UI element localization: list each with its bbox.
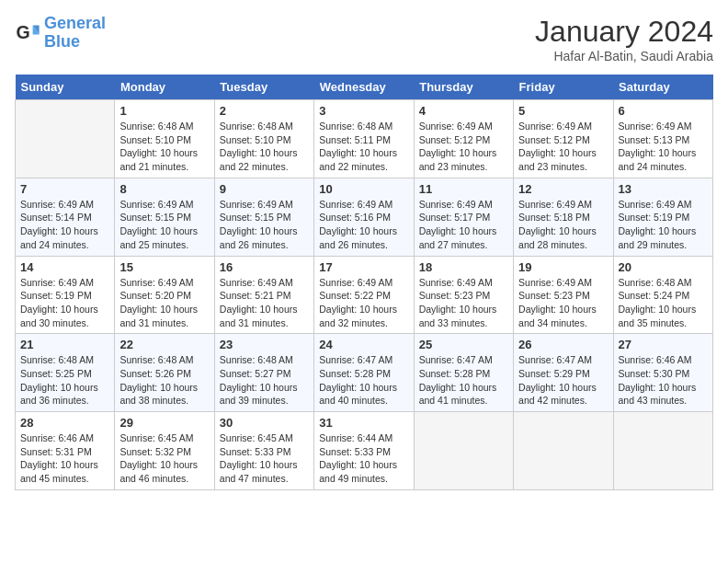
day-number: 10	[319, 182, 408, 196]
logo-blue: Blue	[44, 33, 106, 52]
day-number: 21	[20, 338, 109, 351]
header-sunday: Sunday	[16, 75, 115, 100]
day-number: 4	[419, 104, 508, 118]
location-subtitle: Hafar Al-Batin, Saudi Arabia	[535, 49, 713, 63]
day-number: 28	[20, 416, 109, 430]
day-info: Sunrise: 6:49 AM Sunset: 5:13 PM Dayligh…	[619, 120, 708, 174]
calendar-cell: 27Sunrise: 6:46 AM Sunset: 5:30 PM Dayli…	[613, 334, 712, 412]
day-info: Sunrise: 6:49 AM Sunset: 5:12 PM Dayligh…	[419, 120, 508, 174]
day-number: 24	[319, 338, 408, 351]
day-info: Sunrise: 6:49 AM Sunset: 5:12 PM Dayligh…	[518, 120, 608, 174]
day-number: 25	[419, 338, 508, 351]
day-info: Sunrise: 6:46 AM Sunset: 5:31 PM Dayligh…	[20, 431, 109, 486]
month-title: January 2024	[535, 15, 713, 49]
logo-text: General Blue	[44, 15, 106, 52]
day-info: Sunrise: 6:49 AM Sunset: 5:22 PM Dayligh…	[319, 276, 408, 330]
calendar-cell: 15Sunrise: 6:49 AM Sunset: 5:20 PM Dayli…	[115, 256, 214, 334]
day-info: Sunrise: 6:49 AM Sunset: 5:16 PM Dayligh…	[319, 198, 408, 252]
header-tuesday: Tuesday	[214, 75, 313, 100]
page-header: G General Blue January 2024 Hafar Al-Bat…	[15, 15, 713, 63]
day-number: 2	[220, 104, 309, 118]
day-info: Sunrise: 6:48 AM Sunset: 5:10 PM Dayligh…	[220, 120, 309, 174]
calendar-cell: 19Sunrise: 6:49 AM Sunset: 5:23 PM Dayli…	[514, 256, 613, 334]
calendar-cell: 23Sunrise: 6:48 AM Sunset: 5:27 PM Dayli…	[214, 334, 313, 412]
day-info: Sunrise: 6:49 AM Sunset: 5:18 PM Dayligh…	[518, 198, 608, 252]
calendar-body: 1Sunrise: 6:48 AM Sunset: 5:10 PM Daylig…	[16, 100, 713, 490]
day-number: 6	[619, 104, 708, 118]
calendar-cell: 7Sunrise: 6:49 AM Sunset: 5:14 PM Daylig…	[16, 178, 115, 256]
day-info: Sunrise: 6:48 AM Sunset: 5:27 PM Dayligh…	[220, 353, 309, 408]
day-number: 13	[619, 182, 708, 196]
week-row-1: 7Sunrise: 6:49 AM Sunset: 5:14 PM Daylig…	[16, 178, 713, 256]
calendar-cell: 17Sunrise: 6:49 AM Sunset: 5:22 PM Dayli…	[314, 256, 414, 334]
calendar-header-row: SundayMondayTuesdayWednesdayThursdayFrid…	[16, 75, 713, 100]
day-number: 29	[119, 416, 209, 430]
header-monday: Monday	[115, 75, 214, 100]
calendar-cell: 13Sunrise: 6:49 AM Sunset: 5:19 PM Dayli…	[613, 178, 712, 256]
day-number: 7	[20, 182, 109, 196]
day-info: Sunrise: 6:48 AM Sunset: 5:11 PM Dayligh…	[319, 120, 408, 174]
day-info: Sunrise: 6:49 AM Sunset: 5:15 PM Dayligh…	[119, 198, 209, 252]
day-info: Sunrise: 6:47 AM Sunset: 5:28 PM Dayligh…	[319, 353, 408, 408]
calendar-cell	[16, 100, 115, 178]
day-info: Sunrise: 6:49 AM Sunset: 5:17 PM Dayligh…	[419, 198, 508, 252]
day-info: Sunrise: 6:48 AM Sunset: 5:10 PM Dayligh…	[119, 120, 209, 174]
day-number: 12	[518, 182, 608, 196]
calendar-cell	[613, 412, 712, 490]
day-info: Sunrise: 6:49 AM Sunset: 5:20 PM Dayligh…	[119, 276, 209, 330]
calendar-cell: 22Sunrise: 6:48 AM Sunset: 5:26 PM Dayli…	[115, 334, 214, 412]
header-thursday: Thursday	[414, 75, 513, 100]
day-info: Sunrise: 6:49 AM Sunset: 5:21 PM Dayligh…	[220, 276, 309, 330]
logo: G General Blue	[15, 15, 106, 52]
day-number: 14	[20, 260, 109, 274]
calendar-cell: 3Sunrise: 6:48 AM Sunset: 5:11 PM Daylig…	[314, 100, 414, 178]
day-number: 3	[319, 104, 408, 118]
day-number: 1	[119, 104, 209, 118]
calendar-cell: 28Sunrise: 6:46 AM Sunset: 5:31 PM Dayli…	[16, 412, 115, 490]
day-info: Sunrise: 6:46 AM Sunset: 5:30 PM Dayligh…	[619, 353, 708, 408]
day-number: 5	[518, 104, 608, 118]
calendar-cell: 11Sunrise: 6:49 AM Sunset: 5:17 PM Dayli…	[414, 178, 513, 256]
calendar-cell: 24Sunrise: 6:47 AM Sunset: 5:28 PM Dayli…	[314, 334, 414, 412]
week-row-3: 21Sunrise: 6:48 AM Sunset: 5:25 PM Dayli…	[16, 334, 713, 412]
calendar-cell	[514, 412, 613, 490]
calendar-cell: 29Sunrise: 6:45 AM Sunset: 5:32 PM Dayli…	[115, 412, 214, 490]
day-info: Sunrise: 6:48 AM Sunset: 5:25 PM Dayligh…	[20, 353, 109, 408]
day-info: Sunrise: 6:49 AM Sunset: 5:19 PM Dayligh…	[619, 198, 708, 252]
day-number: 30	[220, 416, 309, 430]
week-row-0: 1Sunrise: 6:48 AM Sunset: 5:10 PM Daylig…	[16, 100, 713, 178]
calendar-cell: 6Sunrise: 6:49 AM Sunset: 5:13 PM Daylig…	[613, 100, 712, 178]
day-info: Sunrise: 6:49 AM Sunset: 5:23 PM Dayligh…	[419, 276, 508, 330]
day-number: 16	[220, 260, 309, 274]
week-row-2: 14Sunrise: 6:49 AM Sunset: 5:19 PM Dayli…	[16, 256, 713, 334]
calendar-cell: 20Sunrise: 6:48 AM Sunset: 5:24 PM Dayli…	[613, 256, 712, 334]
day-number: 26	[518, 338, 608, 351]
day-number: 19	[518, 260, 608, 274]
calendar-cell: 14Sunrise: 6:49 AM Sunset: 5:19 PM Dayli…	[16, 256, 115, 334]
calendar-cell: 21Sunrise: 6:48 AM Sunset: 5:25 PM Dayli…	[16, 334, 115, 412]
day-number: 22	[119, 338, 209, 351]
title-block: January 2024 Hafar Al-Batin, Saudi Arabi…	[535, 15, 713, 63]
calendar-cell: 8Sunrise: 6:49 AM Sunset: 5:15 PM Daylig…	[115, 178, 214, 256]
day-info: Sunrise: 6:49 AM Sunset: 5:23 PM Dayligh…	[518, 276, 608, 330]
calendar-table: SundayMondayTuesdayWednesdayThursdayFrid…	[15, 75, 713, 490]
day-number: 18	[419, 260, 508, 274]
day-info: Sunrise: 6:48 AM Sunset: 5:24 PM Dayligh…	[619, 276, 708, 330]
calendar-cell: 4Sunrise: 6:49 AM Sunset: 5:12 PM Daylig…	[414, 100, 513, 178]
day-info: Sunrise: 6:49 AM Sunset: 5:15 PM Dayligh…	[220, 198, 309, 252]
day-info: Sunrise: 6:49 AM Sunset: 5:19 PM Dayligh…	[20, 276, 109, 330]
calendar-cell: 2Sunrise: 6:48 AM Sunset: 5:10 PM Daylig…	[214, 100, 313, 178]
calendar-cell	[414, 412, 513, 490]
calendar-cell: 18Sunrise: 6:49 AM Sunset: 5:23 PM Dayli…	[414, 256, 513, 334]
calendar-cell: 31Sunrise: 6:44 AM Sunset: 5:33 PM Dayli…	[314, 412, 414, 490]
day-number: 31	[319, 416, 408, 430]
calendar-cell: 10Sunrise: 6:49 AM Sunset: 5:16 PM Dayli…	[314, 178, 414, 256]
calendar-cell: 16Sunrise: 6:49 AM Sunset: 5:21 PM Dayli…	[214, 256, 313, 334]
day-number: 11	[419, 182, 508, 196]
header-friday: Friday	[514, 75, 613, 100]
day-info: Sunrise: 6:47 AM Sunset: 5:29 PM Dayligh…	[518, 353, 608, 408]
logo-general: General	[44, 14, 106, 32]
day-number: 23	[220, 338, 309, 351]
header-wednesday: Wednesday	[314, 75, 414, 100]
day-number: 9	[220, 182, 309, 196]
